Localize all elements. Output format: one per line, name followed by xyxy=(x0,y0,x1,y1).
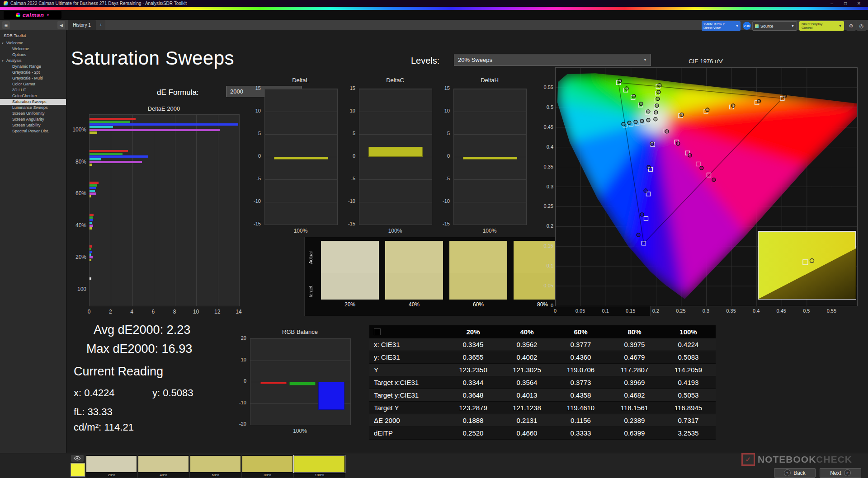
back-button[interactable]: « Back xyxy=(774,468,816,478)
sidebar-item-screen-angularity[interactable]: Screen Angularity xyxy=(0,117,66,122)
current-reading-title: Current Reading xyxy=(74,365,163,379)
chart-title: RGB Balance xyxy=(250,328,350,335)
window-title: Calman 2022 Calman Ultimate for Business… xyxy=(10,1,187,6)
bottom-swatch-20%[interactable]: 20% xyxy=(86,455,137,478)
y-tick-label: 0.1 xyxy=(538,263,553,268)
bottom-swatch-60%[interactable]: 60% xyxy=(190,455,241,478)
sidebar-item-grayscale-2pt[interactable]: Grayscale - 2pt xyxy=(0,70,66,75)
bottom-swatch-80%[interactable]: 80% xyxy=(242,455,293,478)
de-bar xyxy=(90,118,136,120)
sidebar-item-label: Grayscale - 2pt xyxy=(12,70,40,75)
sidebar-item-saturation-sweeps[interactable]: Saturation Sweeps xyxy=(0,99,66,105)
maximize-button[interactable]: □ xyxy=(840,1,851,6)
minimize-button[interactable]: – xyxy=(826,1,837,6)
gridline xyxy=(359,134,432,135)
source-select-button[interactable]: Source ▼ xyxy=(752,21,797,31)
x-tick-label: 6 xyxy=(149,309,158,315)
workflow-options-button[interactable]: ◎ xyxy=(857,21,866,31)
sidebar-options-button[interactable]: ◉ xyxy=(2,21,10,29)
y-tick-label: 15 xyxy=(246,85,261,91)
row-label: Target Y xyxy=(369,404,446,412)
de-bar xyxy=(90,253,91,256)
close-button[interactable]: ✕ xyxy=(854,1,864,6)
target-patch xyxy=(321,273,379,300)
x-tick-label: 0.15 xyxy=(624,308,637,314)
y-tick-label: 0.15 xyxy=(538,243,553,248)
table-cell: 0.3562 xyxy=(500,341,554,348)
actual-patch xyxy=(449,241,507,273)
y-tick-label: 0.05 xyxy=(538,283,553,288)
app-icon xyxy=(4,1,8,5)
x-tick-label: 0.25 xyxy=(674,308,688,314)
gridline xyxy=(239,115,240,306)
gridline xyxy=(265,134,337,135)
tab-add-button[interactable]: + xyxy=(96,20,105,30)
x-tick-label: 2 xyxy=(106,309,115,315)
chevron-down-icon: ▼ xyxy=(46,14,49,17)
display-control-button[interactable]: Direct Display Control ▼ xyxy=(799,21,844,31)
source-icon xyxy=(755,24,759,28)
measurement-count-badge[interactable]: 236 xyxy=(743,22,751,30)
sidebar-item-label: Grayscale - Multi xyxy=(12,76,43,80)
settings-gear-button[interactable]: ⚙ xyxy=(846,21,856,31)
sidebar-item-luminance-sweeps[interactable]: Luminance Sweeps xyxy=(0,105,66,111)
bottom-swatch-100%[interactable]: 100% xyxy=(294,455,345,478)
sidebar-collapse-button[interactable]: ◀ xyxy=(57,21,65,29)
sidebar-item-3d-lut[interactable]: 3D LUT xyxy=(0,87,66,93)
de-bar xyxy=(90,277,91,280)
gridline xyxy=(132,115,133,306)
y-tick-label: 5 xyxy=(246,131,261,136)
measured-magenta xyxy=(676,142,680,145)
sidebar-item-color-gamut[interactable]: Color Gamut xyxy=(0,81,66,87)
table-cell: 117.2807 xyxy=(608,366,661,374)
table-cell: 0.3648 xyxy=(446,391,500,399)
rainbow-strip xyxy=(0,7,868,10)
sidebar-item-grayscale-multi[interactable]: Grayscale - Multi xyxy=(0,75,66,81)
sidebar-item-spectral-power-dist[interactable]: Spectral Power Dist. xyxy=(0,128,66,134)
x-tick-label: 4 xyxy=(127,309,137,315)
calman-menu-button[interactable]: calman ▼ xyxy=(4,11,61,19)
sidebar-item-screen-stability[interactable]: Screen Stability xyxy=(0,122,66,128)
sidebar-item-analysis[interactable]: ▾Analysis xyxy=(0,58,66,64)
visibility-eye-button[interactable] xyxy=(71,455,84,462)
swatch-color xyxy=(86,455,137,473)
chevron-down-icon: ▼ xyxy=(736,24,739,28)
de-bar xyxy=(90,216,93,219)
bottom-swatch-40%[interactable]: 40% xyxy=(138,455,189,478)
next-button[interactable]: Next » xyxy=(820,468,861,478)
sidebar-item-screen-uniformity[interactable]: Screen Uniformity xyxy=(0,111,66,117)
de-bar xyxy=(90,225,93,227)
table-cell: 116.8945 xyxy=(661,404,715,412)
y-tick-label: 10 xyxy=(435,108,450,113)
y-tick-label: 10 xyxy=(238,357,246,362)
active-color-swatch xyxy=(71,463,85,477)
sidebar-item-dynamic-range[interactable]: Dynamic Range xyxy=(0,64,66,70)
meter-label: X-Rite i1Pro 2 Direct View xyxy=(703,23,734,30)
sidebar-item-colorchecker[interactable]: ColorChecker xyxy=(0,93,66,99)
de-bar xyxy=(90,131,97,134)
deltae-plot xyxy=(89,114,240,306)
table-row: ΔE 20000.18880.21310.11560.23890.7317 xyxy=(369,414,716,427)
tab-history-1[interactable]: History 1 xyxy=(68,20,96,30)
calman-logo-text: calman xyxy=(23,12,44,19)
sidebar-item-label: Luminance Sweeps xyxy=(12,105,48,110)
y-tick-label: -10 xyxy=(246,198,261,204)
x-tick-label: 0 xyxy=(85,309,94,315)
blue-bar xyxy=(318,382,344,410)
gridline xyxy=(265,89,337,89)
avg-de2000-readout: Avg dE2000: 2.23 xyxy=(94,323,190,337)
gridline xyxy=(265,202,337,202)
sidebar-item-options[interactable]: Options xyxy=(0,52,66,58)
row-label: Target y:CIE31 xyxy=(369,391,446,399)
meter-select-button[interactable]: X-Rite i1Pro 2 Direct View ▼ xyxy=(702,21,741,31)
measured-magenta xyxy=(712,178,716,182)
green-bar xyxy=(289,382,316,385)
gridline xyxy=(359,157,432,157)
sidebar-item-welcome[interactable]: Welcome xyxy=(0,46,66,52)
sidebar-item-label: Analysis xyxy=(6,58,22,63)
app-window: Calman 2022 Calman Ultimate for Business… xyxy=(0,0,868,478)
gridline xyxy=(359,112,432,112)
table-cell: 0.5083 xyxy=(661,353,715,361)
y-tick-label: -20 xyxy=(238,421,246,426)
sidebar-item-welcome[interactable]: ▾Welcome xyxy=(0,40,66,46)
